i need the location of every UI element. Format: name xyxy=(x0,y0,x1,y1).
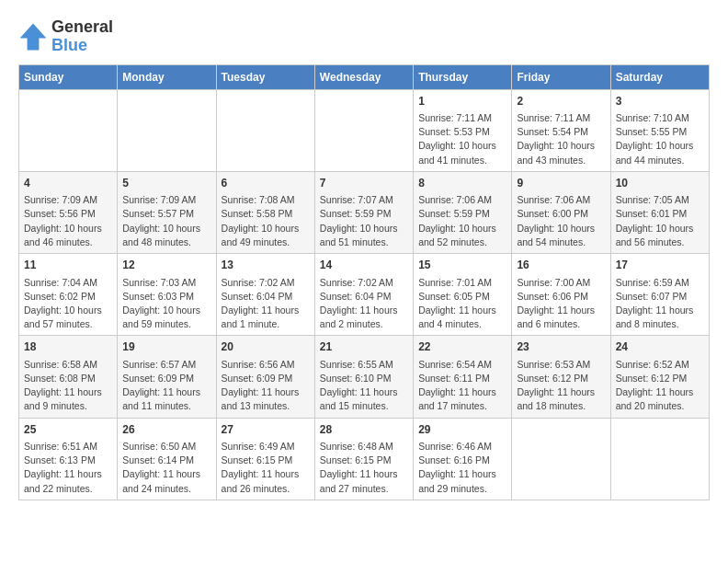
calendar-cell: 23Sunrise: 6:53 AM Sunset: 6:12 PM Dayli… xyxy=(512,336,610,418)
calendar-cell: 9Sunrise: 7:06 AM Sunset: 6:00 PM Daylig… xyxy=(512,171,610,253)
day-number: 18 xyxy=(24,339,112,355)
day-number: 6 xyxy=(222,176,310,191)
calendar-header-saturday: Saturday xyxy=(610,64,709,89)
calendar-header-row: SundayMondayTuesdayWednesdayThursdayFrid… xyxy=(19,64,710,89)
calendar-table: SundayMondayTuesdayWednesdayThursdayFrid… xyxy=(18,64,710,500)
calendar-header-thursday: Thursday xyxy=(414,64,512,89)
calendar-week-row: 1Sunrise: 7:11 AM Sunset: 5:53 PM Daylig… xyxy=(19,89,710,171)
calendar-cell: 5Sunrise: 7:09 AM Sunset: 5:57 PM Daylig… xyxy=(118,171,216,253)
day-content: Sunrise: 6:58 AM Sunset: 6:08 PM Dayligh… xyxy=(24,358,112,414)
calendar-header-wednesday: Wednesday xyxy=(314,64,413,89)
calendar-cell xyxy=(610,418,709,500)
day-content: Sunrise: 6:52 AM Sunset: 6:12 PM Dayligh… xyxy=(616,358,704,414)
calendar-cell: 10Sunrise: 7:05 AM Sunset: 6:01 PM Dayli… xyxy=(610,171,709,253)
calendar-cell: 6Sunrise: 7:08 AM Sunset: 5:58 PM Daylig… xyxy=(216,171,314,253)
calendar-cell: 25Sunrise: 6:51 AM Sunset: 6:13 PM Dayli… xyxy=(19,418,118,500)
day-content: Sunrise: 6:46 AM Sunset: 6:16 PM Dayligh… xyxy=(418,440,506,496)
day-number: 3 xyxy=(616,94,704,109)
calendar-cell: 13Sunrise: 7:02 AM Sunset: 6:04 PM Dayli… xyxy=(216,254,314,336)
day-content: Sunrise: 6:49 AM Sunset: 6:15 PM Dayligh… xyxy=(222,440,310,496)
day-content: Sunrise: 6:56 AM Sunset: 6:09 PM Dayligh… xyxy=(222,358,310,414)
day-number: 26 xyxy=(122,422,210,438)
day-content: Sunrise: 6:59 AM Sunset: 6:07 PM Dayligh… xyxy=(616,276,704,332)
calendar-cell: 8Sunrise: 7:06 AM Sunset: 5:59 PM Daylig… xyxy=(414,171,512,253)
day-content: Sunrise: 7:09 AM Sunset: 5:56 PM Dayligh… xyxy=(24,193,112,249)
calendar-cell: 19Sunrise: 6:57 AM Sunset: 6:09 PM Dayli… xyxy=(118,336,216,418)
day-number: 7 xyxy=(320,176,408,191)
day-content: Sunrise: 6:57 AM Sunset: 6:09 PM Dayligh… xyxy=(122,358,210,414)
calendar-cell: 29Sunrise: 6:46 AM Sunset: 6:16 PM Dayli… xyxy=(414,418,512,500)
calendar-cell: 14Sunrise: 7:02 AM Sunset: 6:04 PM Dayli… xyxy=(314,254,413,336)
calendar-cell xyxy=(512,418,610,500)
day-number: 19 xyxy=(122,339,210,355)
calendar-cell: 16Sunrise: 7:00 AM Sunset: 6:06 PM Dayli… xyxy=(512,254,610,336)
day-number: 25 xyxy=(24,422,112,438)
day-number: 27 xyxy=(222,422,310,438)
day-number: 2 xyxy=(517,94,605,109)
calendar-header-monday: Monday xyxy=(118,64,216,89)
calendar-header-friday: Friday xyxy=(512,64,610,89)
calendar-cell: 27Sunrise: 6:49 AM Sunset: 6:15 PM Dayli… xyxy=(216,418,314,500)
day-content: Sunrise: 6:54 AM Sunset: 6:11 PM Dayligh… xyxy=(418,358,506,414)
day-content: Sunrise: 7:00 AM Sunset: 6:06 PM Dayligh… xyxy=(517,276,605,332)
day-content: Sunrise: 7:07 AM Sunset: 5:59 PM Dayligh… xyxy=(320,193,408,249)
calendar-cell: 26Sunrise: 6:50 AM Sunset: 6:14 PM Dayli… xyxy=(118,418,216,500)
day-content: Sunrise: 7:10 AM Sunset: 5:55 PM Dayligh… xyxy=(616,111,704,167)
logo-icon xyxy=(18,22,48,52)
calendar-cell: 11Sunrise: 7:04 AM Sunset: 6:02 PM Dayli… xyxy=(19,254,118,336)
day-content: Sunrise: 7:02 AM Sunset: 6:04 PM Dayligh… xyxy=(222,276,310,332)
day-content: Sunrise: 6:50 AM Sunset: 6:14 PM Dayligh… xyxy=(122,440,210,496)
logo: General Blue xyxy=(18,18,113,55)
day-number: 8 xyxy=(418,176,506,191)
calendar-cell: 24Sunrise: 6:52 AM Sunset: 6:12 PM Dayli… xyxy=(610,336,709,418)
day-number: 4 xyxy=(24,176,112,191)
day-number: 17 xyxy=(616,258,704,273)
day-content: Sunrise: 7:06 AM Sunset: 6:00 PM Dayligh… xyxy=(517,193,605,249)
day-number: 24 xyxy=(616,339,704,355)
day-number: 20 xyxy=(222,339,310,355)
calendar-week-row: 25Sunrise: 6:51 AM Sunset: 6:13 PM Dayli… xyxy=(19,418,710,500)
calendar-cell: 1Sunrise: 7:11 AM Sunset: 5:53 PM Daylig… xyxy=(414,89,512,171)
day-content: Sunrise: 6:53 AM Sunset: 6:12 PM Dayligh… xyxy=(517,358,605,414)
day-number: 15 xyxy=(418,258,506,273)
calendar-cell: 28Sunrise: 6:48 AM Sunset: 6:15 PM Dayli… xyxy=(314,418,413,500)
day-number: 13 xyxy=(222,258,310,273)
day-number: 9 xyxy=(517,176,605,191)
calendar-header-tuesday: Tuesday xyxy=(216,64,314,89)
day-content: Sunrise: 7:06 AM Sunset: 5:59 PM Dayligh… xyxy=(418,193,506,249)
day-content: Sunrise: 6:48 AM Sunset: 6:15 PM Dayligh… xyxy=(320,440,408,496)
calendar-cell: 17Sunrise: 6:59 AM Sunset: 6:07 PM Dayli… xyxy=(610,254,709,336)
day-content: Sunrise: 7:09 AM Sunset: 5:57 PM Dayligh… xyxy=(122,193,210,249)
day-number: 11 xyxy=(24,258,112,273)
calendar-cell: 4Sunrise: 7:09 AM Sunset: 5:56 PM Daylig… xyxy=(19,171,118,253)
day-number: 22 xyxy=(418,339,506,355)
calendar-cell: 20Sunrise: 6:56 AM Sunset: 6:09 PM Dayli… xyxy=(216,336,314,418)
day-number: 21 xyxy=(320,339,408,355)
calendar-header-sunday: Sunday xyxy=(19,64,118,89)
day-number: 10 xyxy=(616,176,704,191)
day-content: Sunrise: 7:03 AM Sunset: 6:03 PM Dayligh… xyxy=(122,276,210,332)
calendar-cell: 15Sunrise: 7:01 AM Sunset: 6:05 PM Dayli… xyxy=(414,254,512,336)
calendar-cell: 22Sunrise: 6:54 AM Sunset: 6:11 PM Dayli… xyxy=(414,336,512,418)
calendar-week-row: 4Sunrise: 7:09 AM Sunset: 5:56 PM Daylig… xyxy=(19,171,710,253)
day-number: 28 xyxy=(320,422,408,438)
day-number: 29 xyxy=(418,422,506,438)
calendar-week-row: 11Sunrise: 7:04 AM Sunset: 6:02 PM Dayli… xyxy=(19,254,710,336)
calendar-cell xyxy=(216,89,314,171)
calendar-cell: 7Sunrise: 7:07 AM Sunset: 5:59 PM Daylig… xyxy=(314,171,413,253)
day-number: 16 xyxy=(517,258,605,273)
day-number: 1 xyxy=(418,94,506,109)
day-content: Sunrise: 7:11 AM Sunset: 5:54 PM Dayligh… xyxy=(517,111,605,167)
calendar-cell xyxy=(118,89,216,171)
day-number: 5 xyxy=(122,176,210,191)
day-content: Sunrise: 7:11 AM Sunset: 5:53 PM Dayligh… xyxy=(418,111,506,167)
logo-text: General Blue xyxy=(51,18,113,55)
day-content: Sunrise: 6:55 AM Sunset: 6:10 PM Dayligh… xyxy=(320,358,408,414)
day-number: 23 xyxy=(517,339,605,355)
day-number: 14 xyxy=(320,258,408,273)
page-header: General Blue xyxy=(18,18,710,55)
day-content: Sunrise: 7:02 AM Sunset: 6:04 PM Dayligh… xyxy=(320,276,408,332)
day-content: Sunrise: 7:01 AM Sunset: 6:05 PM Dayligh… xyxy=(418,276,506,332)
calendar-week-row: 18Sunrise: 6:58 AM Sunset: 6:08 PM Dayli… xyxy=(19,336,710,418)
calendar-cell xyxy=(19,89,118,171)
